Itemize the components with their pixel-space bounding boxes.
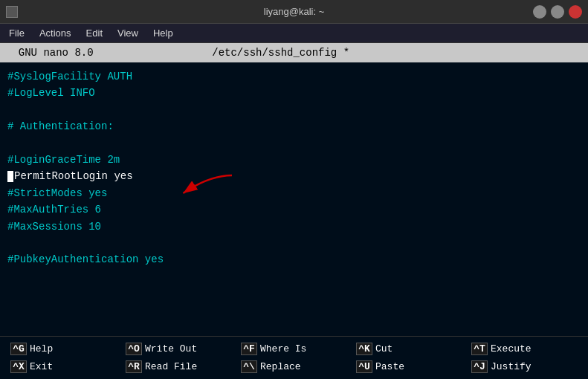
shortcut-item[interactable]: ^XExit xyxy=(6,358,121,377)
shortcut-item[interactable]: ^UPaste xyxy=(352,358,467,377)
shortcut-item[interactable]: ^FWhere Is xyxy=(236,340,352,358)
shortcut-item[interactable]: ^OWrite Out xyxy=(121,340,236,358)
shortcut-label: Paste xyxy=(375,361,404,372)
shortcut-label: Help xyxy=(30,343,53,354)
editor-line: #LogLevel INFO xyxy=(7,85,581,101)
window-controls xyxy=(533,5,582,19)
shortcut-item[interactable]: ^RRead File xyxy=(121,358,236,377)
editor-line: PermitRootLogin yes xyxy=(7,168,581,184)
shortcut-key: ^U xyxy=(356,360,372,373)
shortcut-label: Justify xyxy=(491,361,532,372)
shortcut-item[interactable]: ^GHelp xyxy=(6,340,121,358)
shortcut-label: Cut xyxy=(375,343,392,354)
menu-bar: File Actions Edit View Help xyxy=(0,24,588,43)
shortcut-key: ^\ xyxy=(241,360,257,373)
menu-actions[interactable]: Actions xyxy=(33,26,77,40)
terminal-icon xyxy=(6,6,18,18)
editor-line: #PubkeyAuthentication yes xyxy=(7,251,581,268)
title-bar-left xyxy=(6,6,18,18)
shortcut-label: Execute xyxy=(491,343,532,354)
editor-line xyxy=(7,235,581,251)
menu-file[interactable]: File xyxy=(3,26,30,40)
menu-view[interactable]: View xyxy=(112,26,144,40)
title-bar: liyang@kali: ~ xyxy=(0,0,588,24)
editor-area[interactable]: #SyslogFacility AUTH#LogLevel INFO # Aut… xyxy=(0,62,588,336)
nano-status-bar: GNU nano 8.0 /etc/ssh/sshd_config * xyxy=(0,43,588,62)
menu-help[interactable]: Help xyxy=(147,26,179,40)
shortcut-item[interactable]: ^JJustify xyxy=(467,358,582,377)
shortcut-key: ^R xyxy=(126,360,142,373)
shortcut-key: ^K xyxy=(356,343,372,355)
editor-line: #MaxSessions 10 xyxy=(7,218,581,235)
maximize-button[interactable] xyxy=(551,5,564,19)
shortcut-label: Read File xyxy=(145,361,197,372)
editor-line: #LoginGraceTime 2m xyxy=(7,152,581,168)
text-cursor xyxy=(7,171,13,182)
shortcut-label: Where Is xyxy=(260,343,306,354)
shortcut-bar: ^GHelp^OWrite Out^FWhere Is^KCut^TExecut… xyxy=(0,336,588,379)
shortcut-key: ^X xyxy=(10,360,27,373)
editor-line: #StrictModes yes xyxy=(7,185,581,201)
shortcut-item[interactable]: ^KCut xyxy=(352,340,467,358)
menu-edit[interactable]: Edit xyxy=(80,26,109,40)
shortcut-label: Write Out xyxy=(145,343,197,354)
nano-status-text: GNU nano 8.0 /etc/ssh/sshd_config * xyxy=(6,47,349,59)
shortcut-key: ^T xyxy=(471,343,488,355)
shortcut-key: ^F xyxy=(241,343,257,355)
editor-line xyxy=(7,135,581,152)
editor-line: #MaxAuthTries 6 xyxy=(7,201,581,218)
shortcut-item[interactable]: ^TExecute xyxy=(467,340,582,358)
editor-line xyxy=(7,102,581,118)
minimize-button[interactable] xyxy=(533,5,546,19)
shortcut-key: ^O xyxy=(126,343,142,355)
shortcut-key: ^J xyxy=(471,360,488,373)
shortcut-item[interactable]: ^\Replace xyxy=(236,358,352,377)
close-button[interactable] xyxy=(569,5,582,19)
window-title: liyang@kali: ~ xyxy=(264,6,325,17)
shortcut-label: Exit xyxy=(30,361,53,372)
editor-line: # Authentication: xyxy=(7,118,581,135)
editor-line: #SyslogFacility AUTH xyxy=(7,68,581,85)
shortcut-label: Replace xyxy=(260,361,301,372)
shortcut-key: ^G xyxy=(10,343,27,355)
